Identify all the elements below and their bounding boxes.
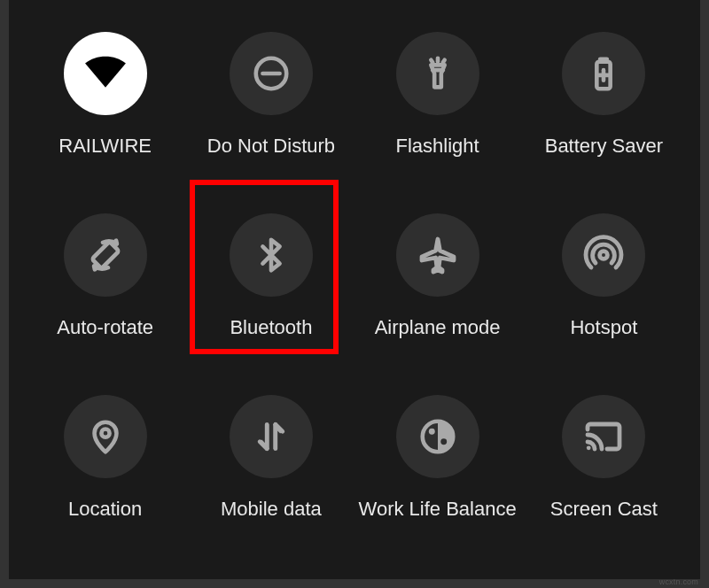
flashlight-icon: [417, 53, 458, 94]
tile-screen-cast[interactable]: Screen Cast: [526, 371, 682, 544]
tile-airplane-button[interactable]: [396, 213, 479, 297]
tile-work-life-button[interactable]: [396, 395, 479, 478]
tile-mobile-data-button[interactable]: [230, 395, 313, 478]
svg-point-12: [101, 429, 109, 437]
tile-battery-saver[interactable]: Battery Saver: [526, 9, 682, 182]
tile-flashlight[interactable]: Flashlight: [359, 9, 517, 182]
mobile-data-icon: [251, 416, 292, 457]
screen-cast-icon: [582, 415, 625, 458]
tile-work-life[interactable]: Work Life Balance: [359, 371, 517, 544]
tile-airplane[interactable]: Airplane mode: [359, 190, 517, 363]
tile-battery-saver-button[interactable]: [562, 32, 645, 115]
tile-label: RAILWIRE: [58, 135, 152, 158]
wifi-icon: [83, 51, 128, 96]
tile-label: Battery Saver: [545, 135, 663, 158]
tile-location[interactable]: Location: [27, 371, 183, 544]
tile-auto-rotate[interactable]: Auto-rotate: [27, 190, 183, 363]
tile-label: Mobile data: [221, 498, 322, 521]
tile-label: Bluetooth: [230, 316, 312, 339]
tile-mobile-data[interactable]: Mobile data: [192, 371, 349, 544]
location-icon: [85, 416, 126, 457]
svg-point-17: [440, 438, 447, 445]
battery-saver-icon: [583, 53, 624, 94]
tile-flashlight-button[interactable]: [396, 32, 479, 115]
tile-label: Airplane mode: [375, 316, 501, 339]
svg-point-18: [587, 445, 591, 450]
tile-label: Screen Cast: [550, 498, 658, 521]
tile-label: Do Not Disturb: [207, 135, 335, 158]
hotspot-icon: [582, 234, 625, 276]
tile-label: Hotspot: [570, 316, 637, 339]
tile-bluetooth[interactable]: Bluetooth: [192, 190, 349, 363]
quick-settings-grid: RAILWIRE Do Not Disturb F: [9, 0, 700, 579]
watermark-text: wcxtn.com: [659, 577, 698, 586]
airplane-icon: [417, 234, 459, 276]
tile-dnd[interactable]: Do Not Disturb: [192, 9, 349, 182]
tile-hotspot[interactable]: Hotspot: [526, 190, 682, 363]
svg-line-4: [431, 60, 432, 63]
svg-line-5: [442, 60, 444, 63]
tile-wifi[interactable]: RAILWIRE: [27, 9, 183, 182]
tile-wifi-button[interactable]: [64, 32, 147, 115]
tile-dnd-button[interactable]: [230, 32, 313, 115]
tile-screen-cast-button[interactable]: [562, 395, 645, 478]
dnd-icon: [251, 53, 292, 94]
quick-settings-panel: RAILWIRE Do Not Disturb F: [9, 0, 700, 579]
svg-point-16: [428, 428, 434, 434]
work-life-icon: [417, 416, 458, 457]
tile-label: Work Life Balance: [359, 498, 517, 521]
bluetooth-icon: [251, 235, 292, 275]
tile-hotspot-button[interactable]: [562, 213, 645, 297]
tile-location-button[interactable]: [64, 395, 147, 478]
tile-label: Flashlight: [396, 135, 479, 158]
tile-bluetooth-button[interactable]: [230, 213, 313, 297]
tile-auto-rotate-button[interactable]: [64, 213, 147, 297]
tile-label: Location: [68, 498, 142, 521]
svg-point-11: [600, 251, 608, 259]
tile-label: Auto-rotate: [57, 316, 153, 339]
auto-rotate-icon: [84, 234, 127, 276]
